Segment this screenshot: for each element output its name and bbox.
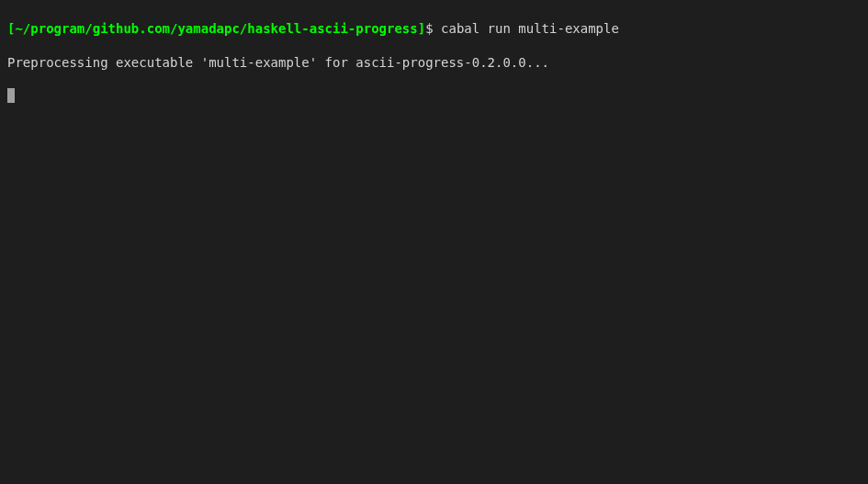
cursor-icon [7,88,15,103]
command-text: cabal run multi-example [441,21,619,36]
prompt-close-bracket: ] [418,21,425,36]
output-line-1: Preprocessing executable 'multi-example'… [7,54,861,71]
cursor-line [7,87,861,104]
terminal-window[interactable]: [~/program/github.com/yamadapc/haskell-a… [7,4,861,120]
prompt-line: [~/program/github.com/yamadapc/haskell-a… [7,20,861,37]
prompt-path: ~/program/github.com/yamadapc/haskell-as… [15,21,417,36]
prompt-dollar: $ [425,21,433,36]
